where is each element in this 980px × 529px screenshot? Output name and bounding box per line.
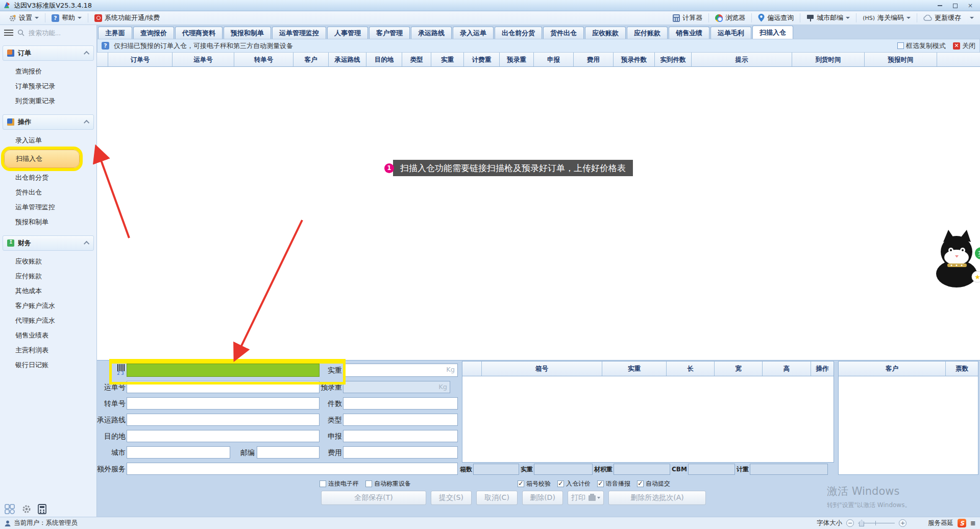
- total-value-input[interactable]: [750, 464, 828, 475]
- pre-weight-input[interactable]: Kg: [343, 381, 450, 393]
- postcode-input[interactable]: [257, 446, 320, 459]
- type-input[interactable]: [343, 414, 458, 426]
- tab[interactable]: 扫描入仓: [752, 26, 793, 39]
- tab[interactable]: 预报和制单: [224, 27, 271, 39]
- total-value-input[interactable]: [473, 464, 519, 475]
- scan-barcode-input[interactable]: [127, 364, 320, 377]
- tool-refresh-cache[interactable]: 更新缓存: [919, 12, 966, 24]
- scan-option[interactable]: 入仓计价: [557, 479, 591, 488]
- copy-mode-toggle[interactable]: 框选复制模式: [897, 41, 946, 51]
- calculator-icon[interactable]: [38, 504, 46, 514]
- city-input[interactable]: [127, 446, 230, 459]
- sidebar-item[interactable]: 订单预录记录: [3, 79, 94, 93]
- ime-icon[interactable]: S: [958, 519, 966, 527]
- search-input[interactable]: [29, 29, 85, 37]
- sidebar-item[interactable]: 主营利润表: [3, 343, 94, 357]
- font-increase-button[interactable]: +: [899, 519, 906, 527]
- column-header[interactable]: 承运路线: [329, 53, 366, 66]
- action-button[interactable]: 提交(S): [431, 491, 472, 505]
- column-header[interactable]: 费用: [574, 53, 614, 66]
- tray-menu-icon[interactable]: ≡: [970, 519, 976, 527]
- checkbox-icon[interactable]: [320, 480, 326, 487]
- sidebar-item[interactable]: 应付账款: [3, 269, 94, 283]
- column-header[interactable]: 箱号: [482, 362, 602, 376]
- box-table-body[interactable]: [462, 376, 834, 463]
- checkbox-icon[interactable]: [597, 480, 604, 487]
- column-header[interactable]: 预录件数: [614, 53, 655, 66]
- slider-thumb[interactable]: [859, 520, 864, 526]
- device-option[interactable]: 连接电子秤: [320, 479, 359, 488]
- tool-calculator[interactable]: 计算器: [668, 12, 707, 24]
- destination-input[interactable]: [127, 430, 320, 442]
- tab[interactable]: 应付账款: [627, 27, 668, 39]
- scan-option[interactable]: 自动提交: [637, 479, 670, 488]
- total-value-input[interactable]: [534, 464, 593, 475]
- column-header[interactable]: 预录重: [500, 53, 534, 66]
- scan-option[interactable]: 箱号校验: [518, 479, 551, 488]
- sidebar-item[interactable]: 代理账户流水: [3, 313, 94, 328]
- tab[interactable]: 应收账款: [585, 27, 626, 39]
- column-header[interactable]: 操作: [811, 362, 834, 376]
- sidebar-section-finance-header[interactable]: 财务: [3, 235, 94, 251]
- route-input[interactable]: [127, 414, 320, 426]
- action-button[interactable]: 取消(C): [476, 491, 518, 505]
- actual-weight-input[interactable]: Kg: [343, 364, 458, 377]
- column-header[interactable]: 转单号: [234, 53, 293, 66]
- tab[interactable]: 代理商资料: [175, 27, 223, 39]
- maximize-button[interactable]: [947, 0, 963, 11]
- sidebar-item[interactable]: 货件出仓: [3, 185, 94, 200]
- tool-hs-code[interactable]: (HS) 海关编码: [858, 12, 915, 24]
- column-header[interactable]: 票数: [946, 362, 978, 376]
- action-button[interactable]: 删除(D): [522, 491, 563, 505]
- tab[interactable]: 录入运单: [453, 27, 494, 39]
- extra-service-input[interactable]: [127, 463, 458, 475]
- tool-city-postcode[interactable]: 城市邮编: [802, 12, 854, 24]
- device-option[interactable]: 自动称重设备: [365, 479, 411, 488]
- hamburger-menu-icon[interactable]: [4, 30, 13, 36]
- total-value-input[interactable]: [688, 464, 735, 475]
- column-header[interactable]: 目的地: [366, 53, 402, 66]
- column-header[interactable]: 实到件数: [655, 53, 692, 66]
- action-button[interactable]: 删除所选批次(A): [608, 491, 706, 505]
- font-decrease-button[interactable]: −: [846, 519, 854, 527]
- column-header[interactable]: 运单号: [173, 53, 234, 66]
- tab[interactable]: 承运路线: [411, 27, 452, 39]
- sidebar-item[interactable]: 其他成本: [3, 283, 94, 298]
- sidebar-item[interactable]: 录入运单: [3, 133, 94, 148]
- total-value-input[interactable]: [614, 464, 670, 475]
- checkbox-icon[interactable]: [518, 480, 524, 487]
- sidebar-item[interactable]: 扫描入仓: [4, 150, 80, 168]
- column-header[interactable]: 到货时间: [792, 53, 865, 66]
- checkbox-icon[interactable]: [637, 480, 644, 487]
- tab[interactable]: 查询报价: [133, 27, 174, 39]
- menu-activation[interactable]: 系统功能开通/续费: [90, 12, 164, 24]
- close-button[interactable]: ×: [963, 0, 978, 11]
- sidebar-item[interactable]: 销售业绩表: [3, 328, 94, 343]
- tab[interactable]: 销售业绩: [669, 27, 709, 39]
- toolbar-overflow-icon[interactable]: [970, 17, 974, 19]
- column-header[interactable]: 类型: [402, 53, 431, 66]
- sidebar-item[interactable]: 客户账户流水: [3, 298, 94, 313]
- column-header[interactable]: 申报: [534, 53, 574, 66]
- sidebar-item[interactable]: 到货测重记录: [3, 93, 94, 108]
- pieces-input[interactable]: [343, 397, 458, 410]
- column-header[interactable]: 客户: [293, 53, 329, 66]
- customer-table-body[interactable]: [838, 376, 978, 475]
- tab[interactable]: 人事管理: [327, 27, 368, 39]
- tab[interactable]: 客户管理: [369, 27, 410, 39]
- sidebar-item[interactable]: 出仓前分货: [3, 170, 94, 185]
- column-header[interactable]: 实重: [431, 53, 464, 66]
- tab[interactable]: 出仓前分货: [495, 27, 542, 39]
- checkbox-icon[interactable]: [365, 480, 372, 487]
- sidebar-item[interactable]: 预报和制单: [3, 214, 94, 229]
- orders-table-body[interactable]: [97, 67, 980, 360]
- column-header[interactable]: [97, 53, 108, 66]
- tab[interactable]: 运单管理监控: [272, 27, 326, 39]
- declare-input[interactable]: [343, 430, 458, 442]
- minimize-button[interactable]: [932, 0, 947, 11]
- tab[interactable]: 主界面: [98, 27, 132, 39]
- column-header[interactable]: 订单号: [108, 53, 173, 66]
- sidebar-section-operation-header[interactable]: 操作: [3, 114, 94, 130]
- scan-option[interactable]: 语音播报: [597, 479, 630, 488]
- transfer-no-input[interactable]: [127, 397, 320, 410]
